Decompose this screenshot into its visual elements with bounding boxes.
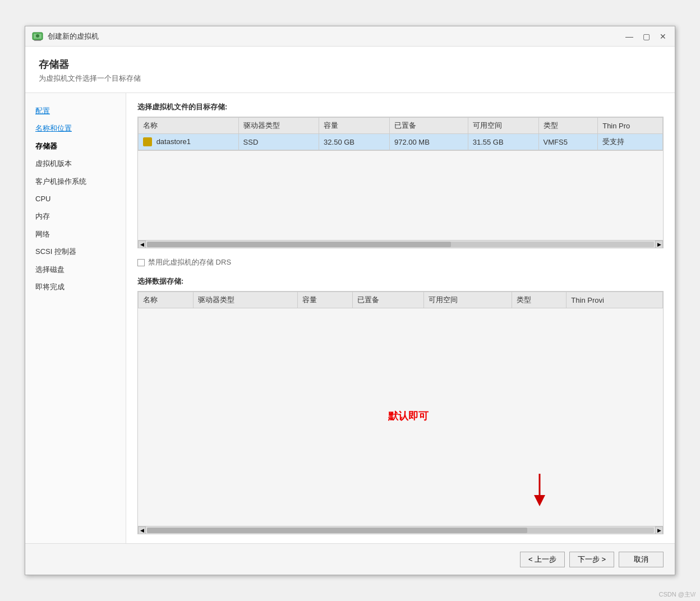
footer: < 上一步 下一步 > 取消 CSDN @主\// — [25, 543, 675, 575]
col-capacity: 容量 — [319, 118, 390, 134]
drs-label: 禁用此虚拟机的存储 DRS — [148, 257, 231, 267]
cell-drive-type: SSD — [238, 134, 319, 150]
page-title: 存储器 — [39, 58, 661, 71]
bcol-provisioned: 已置备 — [352, 292, 423, 308]
top-table-section: 选择虚拟机文件的目标存储: 名称 驱动器类型 容量 已置备 可用空间 — [137, 102, 664, 248]
window-title: 创建新的虚拟机 — [48, 31, 99, 41]
col-free: 可用空间 — [468, 118, 538, 134]
col-drive-type: 驱动器类型 — [238, 118, 319, 134]
cell-provisioned: 972.00 MB — [389, 134, 468, 150]
bcol-name: 名称 — [139, 292, 194, 308]
titlebar-left: 创建新的虚拟机 — [32, 31, 99, 42]
top-table-scrollbar[interactable]: ◀ ▶ — [138, 240, 663, 248]
bottom-table-container: 名称 驱动器类型 容量 已置备 可用空间 类型 Thin Provi — [137, 291, 664, 534]
sidebar-item-scsi[interactable]: SCSI 控制器 — [32, 243, 119, 260]
sidebar-item-guest-os[interactable]: 客户机操作系统 — [32, 173, 119, 190]
scroll-left-btn[interactable]: ◀ — [138, 241, 146, 248]
maximize-button[interactable]: ▢ — [641, 31, 651, 41]
scrollbar-track[interactable] — [147, 242, 654, 247]
sidebar-item-select-disk[interactable]: 选择磁盘 — [32, 261, 119, 278]
top-table-body: 名称 驱动器类型 容量 已置备 可用空间 类型 Thin Pro — [138, 117, 663, 150]
content-area: 配置 名称和位置 存储器 虚拟机版本 客户机操作系统 CPU 内存 网络 SCS… — [25, 93, 675, 543]
bcol-free: 可用空间 — [423, 292, 512, 308]
minimize-button[interactable]: — — [624, 31, 634, 41]
top-section-title: 选择虚拟机文件的目标存储: — [137, 102, 664, 112]
main-window: 创建新的虚拟机 — ▢ ✕ 存储器 为虚拟机文件选择一个目标存储 配置 名称和位… — [25, 26, 675, 575]
next-button[interactable]: 下一步 > — [569, 552, 614, 567]
bcol-thin: Thin Provi — [567, 292, 663, 308]
sidebar-item-name-location[interactable]: 名称和位置 — [32, 119, 119, 137]
back-button[interactable]: < 上一步 — [520, 552, 565, 567]
drs-checkbox[interactable] — [137, 259, 145, 266]
cell-capacity: 32.50 GB — [319, 134, 390, 150]
cell-type: VMFS5 — [538, 134, 598, 150]
cancel-button[interactable]: 取消 — [619, 552, 664, 567]
bscroll-right-btn[interactable]: ▶ — [655, 526, 663, 534]
sidebar-item-cpu[interactable]: CPU — [32, 190, 119, 207]
annotation-text: 默认即可 — [388, 409, 429, 423]
bcol-drive-type: 驱动器类型 — [193, 292, 297, 308]
titlebar: 创建新的虚拟机 — ▢ ✕ — [25, 26, 675, 47]
scroll-right-btn[interactable]: ▶ — [655, 241, 663, 248]
col-thin: Thin Pro — [598, 118, 663, 134]
sidebar-item-memory[interactable]: 内存 — [32, 207, 119, 225]
bcol-capacity: 容量 — [297, 292, 352, 308]
top-datastore-table: 名称 驱动器类型 容量 已置备 可用空间 类型 Thin Pro — [138, 117, 663, 150]
cell-name: datastore1 — [139, 134, 239, 150]
bottom-datastore-table: 名称 驱动器类型 容量 已置备 可用空间 类型 Thin Provi — [138, 292, 663, 308]
top-table-empty — [138, 150, 663, 240]
bscrollbar-track[interactable] — [147, 528, 654, 533]
datastore-icon — [143, 137, 152, 146]
col-name: 名称 — [139, 118, 239, 134]
watermark: CSDN @主\// — [658, 590, 696, 599]
bottom-section-title: 选择数据存储: — [137, 276, 664, 286]
bscroll-left-btn[interactable]: ◀ — [138, 526, 146, 534]
sidebar-item-network[interactable]: 网络 — [32, 225, 119, 243]
bottom-table-section: 选择数据存储: 名称 驱动器类型 容量 已置备 可用空间 类型 Thin Pro — [137, 276, 664, 534]
annotation-wrapper: 默认即可 — [388, 409, 429, 423]
table-row[interactable]: datastore1 SSD 32.50 GB 972.00 MB 31.55 … — [139, 134, 663, 150]
sidebar-item-config[interactable]: 配置 — [32, 102, 119, 119]
top-table-container: 名称 驱动器类型 容量 已置备 可用空间 类型 Thin Pro — [137, 117, 664, 248]
svg-point-2 — [36, 34, 39, 38]
titlebar-controls: — ▢ ✕ — [624, 31, 668, 41]
sidebar-item-storage[interactable]: 存储器 — [32, 137, 119, 155]
close-button[interactable]: ✕ — [658, 31, 668, 41]
bottom-table-empty: 默认即可 — [138, 308, 663, 526]
bcol-type: 类型 — [512, 292, 567, 308]
cell-thin: 受支持 — [598, 134, 663, 150]
bscrollbar-thumb — [147, 528, 527, 533]
sidebar: 配置 名称和位置 存储器 虚拟机版本 客户机操作系统 CPU 内存 网络 SCS… — [25, 93, 126, 543]
page-subtitle: 为虚拟机文件选择一个目标存储 — [39, 73, 661, 84]
arrow-wrapper — [528, 474, 551, 509]
col-provisioned: 已置备 — [389, 118, 468, 134]
sidebar-item-finish[interactable]: 即将完成 — [32, 278, 119, 295]
arrow-down-icon — [528, 474, 551, 507]
scrollbar-thumb — [147, 242, 451, 247]
main-content: 选择虚拟机文件的目标存储: 名称 驱动器类型 容量 已置备 可用空间 — [126, 93, 675, 543]
col-type: 类型 — [538, 118, 598, 134]
drs-section: 禁用此虚拟机的存储 DRS — [137, 255, 664, 270]
vm-icon — [32, 31, 43, 42]
bottom-table-scrollbar[interactable]: ◀ ▶ — [138, 526, 663, 534]
svg-marker-4 — [534, 495, 545, 506]
sidebar-item-vm-version[interactable]: 虚拟机版本 — [32, 155, 119, 172]
header-section: 存储器 为虚拟机文件选择一个目标存储 — [25, 47, 675, 93]
cell-free: 31.55 GB — [468, 134, 538, 150]
